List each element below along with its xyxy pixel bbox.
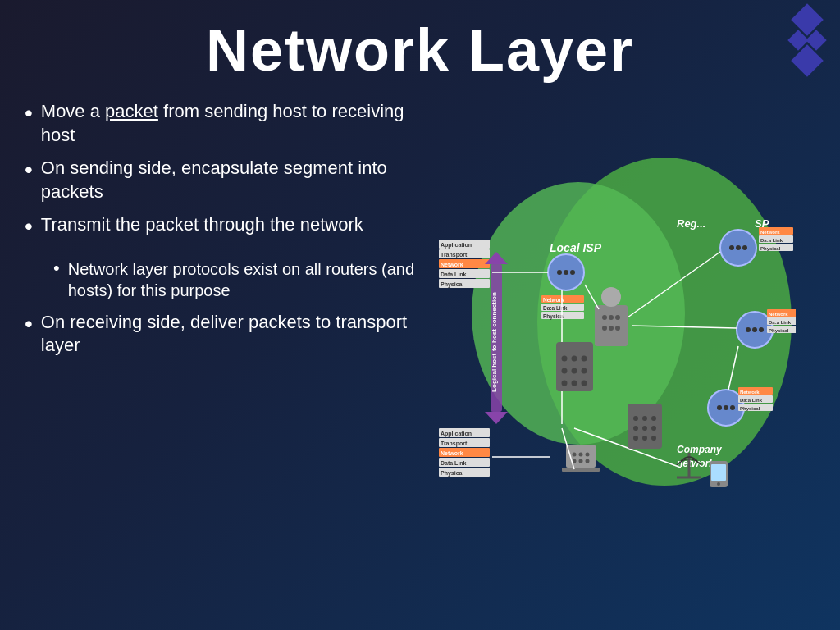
diamond-decoration <box>791 8 824 72</box>
svg-point-103 <box>582 368 587 374</box>
svg-text:Transport: Transport <box>441 441 468 447</box>
content-area: • Move a packet from sending host to rec… <box>0 92 840 522</box>
svg-point-81 <box>579 459 583 463</box>
svg-text:Application: Application <box>441 242 472 249</box>
diagram-area: Local ISP Reg... SP Company network Appl… <box>435 100 815 514</box>
svg-point-13 <box>557 270 562 275</box>
svg-point-109 <box>642 416 647 421</box>
svg-text:Network: Network <box>441 450 463 456</box>
logical-connection-label: Logical host-to-host connection <box>491 292 498 392</box>
svg-point-100 <box>582 356 587 362</box>
svg-point-104 <box>562 381 568 386</box>
svg-text:Network: Network <box>769 312 788 317</box>
svg-text:Da:a Link: Da:a Link <box>740 398 763 403</box>
svg-point-36 <box>729 245 734 250</box>
svg-text:Da:a Link: Da:a Link <box>760 238 783 243</box>
slide-title: Network Layer <box>0 0 840 92</box>
regional-isp-label: Reg... <box>677 217 705 230</box>
bullet-item-3: • Transmit the packet through the networ… <box>25 213 418 241</box>
svg-point-115 <box>642 436 647 441</box>
svg-text:Network: Network <box>740 390 760 395</box>
svg-point-111 <box>633 426 638 431</box>
svg-text:Network: Network <box>441 262 463 267</box>
svg-text:Physical: Physical <box>760 246 781 251</box>
svg-point-110 <box>651 416 656 421</box>
svg-text:Data Link: Data Link <box>441 460 467 466</box>
svg-rect-76 <box>562 468 600 472</box>
sub-bullet-text-3-1: Network layer protocols exist on all rou… <box>68 258 418 301</box>
svg-point-112 <box>642 426 647 431</box>
bullet-dot-4: • <box>25 309 33 339</box>
bullet-text-3: Transmit the packet through the network <box>41 213 418 237</box>
svg-point-34 <box>615 326 620 331</box>
svg-point-28 <box>601 287 621 307</box>
svg-point-99 <box>572 356 578 362</box>
svg-point-98 <box>562 356 568 362</box>
local-isp-label: Local ISP <box>550 241 602 254</box>
svg-point-57 <box>724 405 728 410</box>
bullet-item-2: • On sending side, encapsulate segment i… <box>25 157 418 203</box>
svg-point-29 <box>602 315 607 320</box>
svg-point-31 <box>615 315 620 320</box>
svg-point-38 <box>742 245 747 250</box>
svg-point-116 <box>651 436 656 441</box>
svg-text:Physical: Physical <box>441 470 463 477</box>
svg-text:Physical: Physical <box>769 328 789 333</box>
svg-point-105 <box>572 381 578 386</box>
svg-text:Physical: Physical <box>740 406 760 411</box>
svg-point-113 <box>651 426 656 431</box>
company-label: Company <box>677 444 723 455</box>
svg-text:Transport: Transport <box>441 252 468 258</box>
svg-point-37 <box>736 245 741 250</box>
svg-point-114 <box>633 436 638 441</box>
svg-point-108 <box>633 416 638 421</box>
svg-point-15 <box>570 270 575 275</box>
diamond-large-2 <box>791 44 824 77</box>
bullet-dot-2: • <box>25 155 33 185</box>
svg-text:Data Link: Data Link <box>441 272 467 277</box>
svg-point-102 <box>572 368 578 374</box>
bullet-text-2: On sending side, encapsulate segment int… <box>41 157 418 203</box>
slide-container: Network Layer • Move a packet from sendi… <box>0 0 840 630</box>
bullet-item-4: • On receiving side, deliver packets to … <box>25 311 418 358</box>
svg-text:Network: Network <box>543 297 564 303</box>
svg-rect-86 <box>711 464 726 481</box>
svg-point-58 <box>730 405 735 410</box>
svg-point-30 <box>609 315 614 320</box>
bullet-dot-3: • <box>25 212 33 241</box>
bullet-text-4: On receiving side, deliver packets to tr… <box>41 311 418 358</box>
svg-point-106 <box>582 381 587 386</box>
network-diagram: Local ISP Reg... SP Company network Appl… <box>435 100 796 510</box>
svg-text:Application: Application <box>441 431 472 437</box>
svg-point-101 <box>562 368 568 374</box>
bullet-points: • Move a packet from sending host to rec… <box>25 100 418 514</box>
svg-point-48 <box>759 327 764 332</box>
svg-point-46 <box>746 327 751 332</box>
bullet-item-1: • Move a packet from sending host to rec… <box>25 100 418 147</box>
svg-point-87 <box>717 482 720 486</box>
svg-point-77 <box>573 453 577 457</box>
svg-point-82 <box>586 459 590 463</box>
sub-bullet-3-1: • Network layer protocols exist on all r… <box>53 258 418 301</box>
svg-marker-26 <box>485 412 508 424</box>
svg-point-47 <box>752 327 757 332</box>
bullet-dot-1: • <box>25 98 33 128</box>
packet-highlight: packet <box>105 101 158 121</box>
svg-point-14 <box>564 270 568 275</box>
sub-bullet-dot-3-1: • <box>53 257 60 281</box>
svg-text:Da:a Link: Da:a Link <box>769 320 792 325</box>
svg-point-79 <box>586 453 590 457</box>
svg-point-56 <box>717 405 722 410</box>
svg-text:Physical: Physical <box>441 281 463 288</box>
svg-point-32 <box>602 326 607 331</box>
svg-point-33 <box>609 326 614 331</box>
bullet-text-1: Move a packet from sending host to recei… <box>41 100 418 147</box>
svg-text:Da:a Link: Da:a Link <box>543 305 568 311</box>
svg-text:Network: Network <box>760 230 780 235</box>
svg-point-78 <box>579 453 583 457</box>
